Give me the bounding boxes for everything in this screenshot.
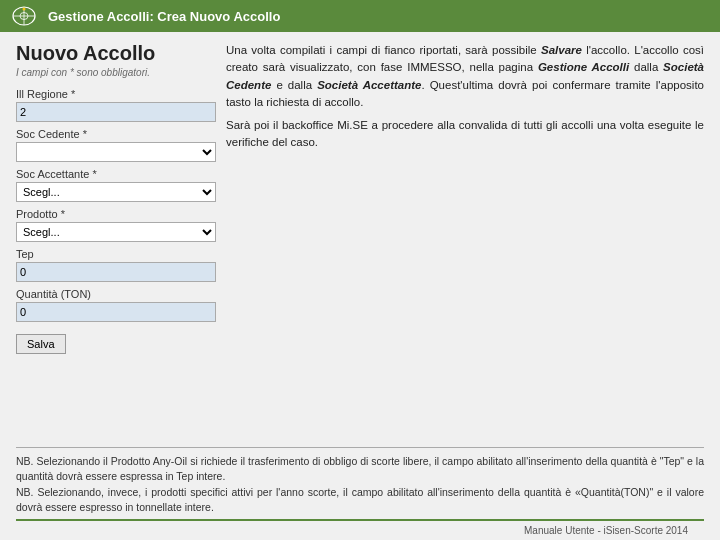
footer-label: Manuale Utente - iSisen-Scorte 2014: [524, 525, 688, 536]
required-note: I campi con * sono obbligatori.: [16, 67, 216, 78]
societa-cedente-highlight: Società Cedente: [226, 61, 704, 90]
soc-accettante-select[interactable]: Scegl...: [16, 182, 216, 202]
tep-label: Tep: [16, 248, 216, 260]
il-regione-label: Ill Regione *: [16, 88, 216, 100]
soc-accettante-label: Soc Accettante *: [16, 168, 216, 180]
soc-accettante-field-group: Soc Accettante * Scegl...: [16, 168, 216, 202]
quantita-input[interactable]: [16, 302, 216, 322]
info-panel: Una volta compilati i campi di fianco ri…: [226, 42, 704, 441]
svg-point-4: [23, 8, 26, 11]
gov-logo: [10, 5, 38, 27]
page-title: Nuovo Accollo: [16, 42, 216, 65]
app-header: Gestione Accolli: Crea Nuovo Accollo: [0, 0, 720, 32]
gestione-accolli-highlight: Gestione Accolli: [538, 61, 629, 73]
page-header-title: Gestione Accolli: Crea Nuovo Accollo: [48, 9, 280, 24]
prodotto-field-group: Prodotto * Scegl...: [16, 208, 216, 242]
soc-cedente-select[interactable]: [16, 142, 216, 162]
quantita-field-group: Quantità (TON): [16, 288, 216, 322]
main-content: Nuovo Accollo I campi con * sono obbliga…: [0, 32, 720, 540]
soc-cedente-field-group: Soc Cedente *: [16, 128, 216, 162]
prodotto-select[interactable]: Scegl...: [16, 222, 216, 242]
quantita-label: Quantità (TON): [16, 288, 216, 300]
salvare-highlight: Salvare: [541, 44, 582, 56]
societa-accettante-highlight: Società Accettante: [317, 79, 421, 91]
tep-input[interactable]: [16, 262, 216, 282]
info-paragraph-2: Sarà poi il backoffice Mi.SE a procedere…: [226, 117, 704, 152]
tep-field-group: Tep: [16, 248, 216, 282]
il-regione-input[interactable]: [16, 102, 216, 122]
save-button[interactable]: Salva: [16, 334, 66, 354]
info-paragraph-1: Una volta compilati i campi di fianco ri…: [226, 42, 704, 111]
note-section: NB. Selezionando il Prodotto Any-Oil si …: [16, 447, 704, 515]
form-panel: Nuovo Accollo I campi con * sono obbliga…: [16, 42, 216, 441]
content-row: Nuovo Accollo I campi con * sono obbliga…: [16, 42, 704, 441]
prodotto-label: Prodotto *: [16, 208, 216, 220]
footer: Manuale Utente - iSisen-Scorte 2014: [16, 519, 704, 540]
note-paragraph-2: NB. Selezionando, invece, i prodotti spe…: [16, 485, 704, 515]
il-regione-field-group: Ill Regione *: [16, 88, 216, 122]
soc-cedente-label: Soc Cedente *: [16, 128, 216, 140]
note-paragraph-1: NB. Selezionando il Prodotto Any-Oil si …: [16, 454, 704, 484]
